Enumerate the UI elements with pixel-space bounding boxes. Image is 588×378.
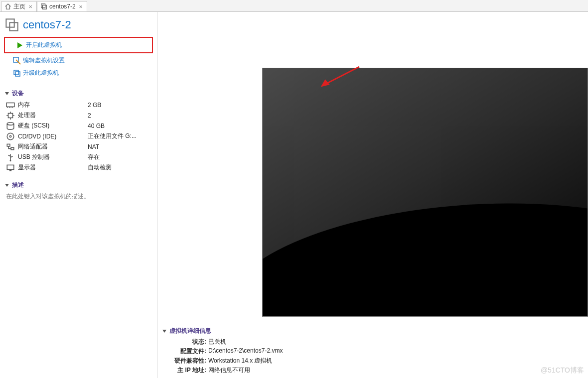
close-icon[interactable]: ✕ [79, 4, 83, 9]
svg-rect-12 [7, 144, 10, 146]
memory-icon [6, 101, 15, 110]
svg-rect-3 [9, 22, 17, 30]
tab-home[interactable]: 主页 ✕ [1, 1, 37, 11]
svg-rect-1 [42, 5, 46, 9]
edit-settings-link[interactable]: 编辑虚拟机设置 [2, 54, 155, 67]
right-panel: 虚拟机详细信息 状态: 已关机 配置文件: D:\centos7-2\cento… [157, 12, 588, 378]
doc-tab-bar: 主页 ✕ centos7-2 ✕ [0, 0, 588, 12]
power-on-label: 开启此虚拟机 [26, 41, 62, 49]
svg-rect-8 [8, 113, 13, 118]
cd-icon [6, 132, 15, 141]
device-row-cd[interactable]: CD/DVD (IDE) 正在使用文件 G:... [6, 131, 152, 141]
description-header[interactable]: 描述 [5, 177, 152, 191]
chevron-down-icon [5, 184, 9, 187]
chevron-down-icon [5, 92, 9, 95]
play-icon [16, 41, 24, 49]
description-section: 描述 在此处键入对该虚拟机的描述。 [0, 174, 157, 205]
close-icon[interactable]: ✕ [28, 4, 32, 9]
device-row-disk[interactable]: 硬盘 (SCSI) 40 GB [6, 121, 152, 131]
svg-point-11 [9, 135, 11, 137]
detail-state: 状态: 已关机 [162, 337, 588, 347]
usb-icon [6, 153, 15, 162]
svg-rect-13 [11, 147, 14, 150]
detail-ip: 主 IP 地址: 网络信息不可用 [162, 366, 588, 375]
edit-settings-label: 编辑虚拟机设置 [23, 56, 65, 65]
svg-point-9 [7, 122, 14, 125]
home-icon [4, 3, 11, 10]
disk-icon [6, 122, 15, 130]
svg-rect-15 [7, 165, 14, 169]
device-row-cpu[interactable]: 处理器 2 [6, 110, 152, 121]
device-row-net[interactable]: 网络适配器 NAT [6, 141, 152, 152]
edit-vm-icon [13, 57, 21, 65]
display-icon [6, 163, 15, 172]
device-row-usb[interactable]: USB 控制器 存在 [6, 152, 152, 162]
cpu-icon [6, 111, 15, 120]
tab-vm-label: centos7-2 [49, 3, 76, 10]
vm-title: centos7-2 [23, 18, 71, 31]
svg-rect-5 [14, 70, 18, 75]
devices-title: 设备 [12, 89, 24, 98]
details-title: 虚拟机详细信息 [169, 327, 211, 335]
vm-preview-screenshot[interactable] [262, 68, 588, 317]
svg-rect-7 [6, 103, 14, 107]
tab-vm[interactable]: centos7-2 ✕ [37, 1, 87, 11]
network-icon [6, 142, 15, 151]
description-title: 描述 [12, 181, 24, 189]
device-row-memory[interactable]: 内存 2 GB [6, 100, 152, 110]
upgrade-label: 升级此虚拟机 [23, 69, 59, 77]
vm-title-row: centos7-2 [0, 12, 157, 37]
annotation-highlight: 开启此虚拟机 [4, 37, 153, 53]
svg-rect-6 [15, 72, 20, 76]
chevron-down-icon [162, 330, 166, 333]
svg-point-14 [10, 160, 11, 161]
svg-rect-2 [6, 19, 14, 27]
devices-section: 设备 内存 2 GB 处理器 2 硬盘 (SCSI) 40 GB [0, 82, 157, 174]
description-placeholder[interactable]: 在此处键入对该虚拟机的描述。 [5, 191, 152, 204]
svg-point-10 [7, 133, 14, 140]
detail-compat: 硬件兼容性: Workstation 14.x 虚拟机 [162, 356, 588, 366]
vm-icon [40, 3, 47, 10]
upgrade-vm-link[interactable]: 升级此虚拟机 [2, 67, 155, 79]
upgrade-vm-icon [13, 69, 21, 77]
vm-icon [5, 18, 19, 32]
left-panel: centos7-2 开启此虚拟机 编辑虚拟机设置 [0, 12, 157, 378]
device-row-display[interactable]: 显示器 自动检测 [6, 162, 152, 173]
vm-details-block: 虚拟机详细信息 状态: 已关机 配置文件: D:\centos7-2\cento… [162, 325, 588, 375]
devices-header[interactable]: 设备 [5, 85, 152, 100]
tab-home-label: 主页 [13, 2, 25, 11]
power-on-vm-link[interactable]: 开启此虚拟机 [5, 39, 152, 51]
details-header[interactable]: 虚拟机详细信息 [162, 325, 588, 337]
actions-block: 开启此虚拟机 编辑虚拟机设置 升级此虚拟机 [0, 37, 157, 82]
svg-rect-0 [41, 4, 45, 8]
detail-config: 配置文件: D:\centos7-2\centos7-2.vmx [162, 347, 588, 356]
devices-list: 内存 2 GB 处理器 2 硬盘 (SCSI) 40 GB CD/DVD (ID… [5, 100, 152, 173]
